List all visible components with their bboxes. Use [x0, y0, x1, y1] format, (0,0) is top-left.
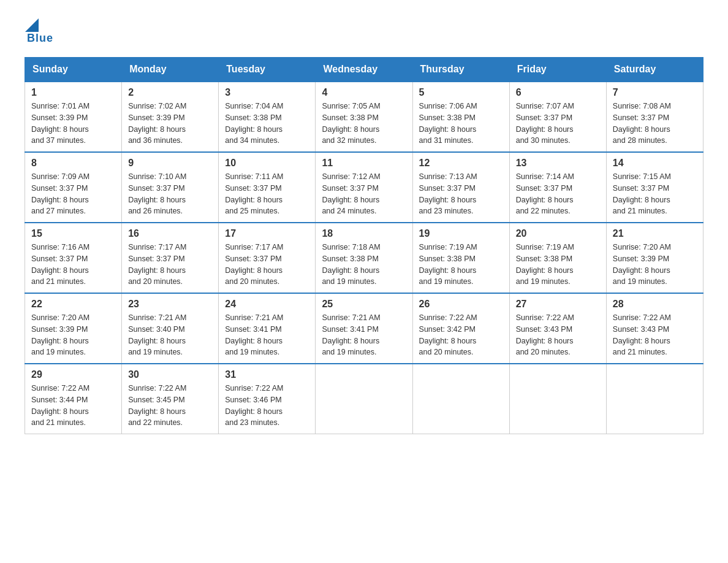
- calendar-cell: 22 Sunrise: 7:20 AM Sunset: 3:39 PM Dayl…: [25, 293, 122, 364]
- calendar-cell: 25 Sunrise: 7:21 AM Sunset: 3:41 PM Dayl…: [316, 293, 412, 364]
- calendar-cell: 9 Sunrise: 7:10 AM Sunset: 3:37 PM Dayli…: [122, 152, 219, 223]
- calendar-cell: 31 Sunrise: 7:22 AM Sunset: 3:46 PM Dayl…: [219, 364, 316, 434]
- day-info: Sunrise: 7:22 AM Sunset: 3:46 PM Dayligh…: [225, 383, 309, 429]
- day-number: 23: [128, 299, 212, 310]
- calendar-cell: 3 Sunrise: 7:04 AM Sunset: 3:38 PM Dayli…: [219, 82, 316, 152]
- day-number: 9: [128, 158, 212, 169]
- day-number: 30: [128, 369, 212, 380]
- calendar-cell: 4 Sunrise: 7:05 AM Sunset: 3:38 PM Dayli…: [316, 82, 412, 152]
- calendar-cell: [316, 364, 412, 434]
- calendar-week-row: 22 Sunrise: 7:20 AM Sunset: 3:39 PM Dayl…: [25, 293, 703, 364]
- day-info: Sunrise: 7:20 AM Sunset: 3:39 PM Dayligh…: [31, 312, 115, 358]
- day-info: Sunrise: 7:05 AM Sunset: 3:38 PM Dayligh…: [322, 101, 406, 147]
- day-number: 12: [419, 158, 503, 169]
- header-thursday: Thursday: [412, 58, 509, 82]
- day-info: Sunrise: 7:11 AM Sunset: 3:37 PM Dayligh…: [225, 171, 309, 217]
- calendar-cell: 24 Sunrise: 7:21 AM Sunset: 3:41 PM Dayl…: [219, 293, 316, 364]
- day-info: Sunrise: 7:15 AM Sunset: 3:37 PM Dayligh…: [613, 171, 697, 217]
- day-number: 28: [613, 299, 697, 310]
- day-info: Sunrise: 7:21 AM Sunset: 3:41 PM Dayligh…: [322, 312, 406, 358]
- calendar-cell: 8 Sunrise: 7:09 AM Sunset: 3:37 PM Dayli…: [25, 152, 122, 223]
- day-number: 11: [322, 158, 406, 169]
- header-wednesday: Wednesday: [316, 58, 412, 82]
- day-info: Sunrise: 7:19 AM Sunset: 3:38 PM Dayligh…: [419, 242, 503, 288]
- day-info: Sunrise: 7:07 AM Sunset: 3:37 PM Dayligh…: [516, 101, 600, 147]
- day-number: 5: [419, 87, 503, 98]
- header-saturday: Saturday: [606, 58, 703, 82]
- day-number: 25: [322, 299, 406, 310]
- day-info: Sunrise: 7:22 AM Sunset: 3:44 PM Dayligh…: [31, 383, 115, 429]
- logo-triangle-icon: [25, 18, 39, 32]
- calendar-cell: 13 Sunrise: 7:14 AM Sunset: 3:37 PM Dayl…: [509, 152, 606, 223]
- calendar-cell: 12 Sunrise: 7:13 AM Sunset: 3:37 PM Dayl…: [412, 152, 509, 223]
- day-info: Sunrise: 7:14 AM Sunset: 3:37 PM Dayligh…: [516, 171, 600, 217]
- calendar-cell: 5 Sunrise: 7:06 AM Sunset: 3:38 PM Dayli…: [412, 82, 509, 152]
- day-info: Sunrise: 7:21 AM Sunset: 3:41 PM Dayligh…: [225, 312, 309, 358]
- calendar-cell: 18 Sunrise: 7:18 AM Sunset: 3:38 PM Dayl…: [316, 223, 412, 293]
- day-info: Sunrise: 7:06 AM Sunset: 3:38 PM Dayligh…: [419, 101, 503, 147]
- day-info: Sunrise: 7:22 AM Sunset: 3:43 PM Dayligh…: [613, 312, 697, 358]
- day-info: Sunrise: 7:22 AM Sunset: 3:45 PM Dayligh…: [128, 383, 212, 429]
- calendar-cell: 29 Sunrise: 7:22 AM Sunset: 3:44 PM Dayl…: [25, 364, 122, 434]
- day-info: Sunrise: 7:12 AM Sunset: 3:37 PM Dayligh…: [322, 171, 406, 217]
- day-info: Sunrise: 7:08 AM Sunset: 3:37 PM Dayligh…: [613, 101, 697, 147]
- calendar-cell: 1 Sunrise: 7:01 AM Sunset: 3:39 PM Dayli…: [25, 82, 122, 152]
- day-info: Sunrise: 7:04 AM Sunset: 3:38 PM Dayligh…: [225, 101, 309, 147]
- calendar-week-row: 15 Sunrise: 7:16 AM Sunset: 3:37 PM Dayl…: [25, 223, 703, 293]
- header-sunday: Sunday: [25, 58, 122, 82]
- header-monday: Monday: [122, 58, 219, 82]
- calendar-cell: [509, 364, 606, 434]
- calendar-cell: 16 Sunrise: 7:17 AM Sunset: 3:37 PM Dayl…: [122, 223, 219, 293]
- calendar-cell: 15 Sunrise: 7:16 AM Sunset: 3:37 PM Dayl…: [25, 223, 122, 293]
- day-number: 1: [31, 87, 115, 98]
- day-number: 22: [31, 299, 115, 310]
- day-info: Sunrise: 7:09 AM Sunset: 3:37 PM Dayligh…: [31, 171, 115, 217]
- calendar-week-row: 29 Sunrise: 7:22 AM Sunset: 3:44 PM Dayl…: [25, 364, 703, 434]
- day-info: Sunrise: 7:18 AM Sunset: 3:38 PM Dayligh…: [322, 242, 406, 288]
- calendar-cell: 17 Sunrise: 7:17 AM Sunset: 3:37 PM Dayl…: [219, 223, 316, 293]
- calendar-cell: 21 Sunrise: 7:20 AM Sunset: 3:39 PM Dayl…: [606, 223, 703, 293]
- day-info: Sunrise: 7:22 AM Sunset: 3:43 PM Dayligh…: [516, 312, 600, 358]
- day-number: 24: [225, 299, 309, 310]
- day-number: 21: [613, 228, 697, 239]
- day-info: Sunrise: 7:17 AM Sunset: 3:37 PM Dayligh…: [128, 242, 212, 288]
- day-number: 17: [225, 228, 309, 239]
- day-number: 15: [31, 228, 115, 239]
- day-info: Sunrise: 7:21 AM Sunset: 3:40 PM Dayligh…: [128, 312, 212, 358]
- day-number: 2: [128, 87, 212, 98]
- day-number: 10: [225, 158, 309, 169]
- header-friday: Friday: [509, 58, 606, 82]
- calendar-cell: 10 Sunrise: 7:11 AM Sunset: 3:37 PM Dayl…: [219, 152, 316, 223]
- page-header: Blue: [25, 18, 703, 45]
- day-info: Sunrise: 7:19 AM Sunset: 3:38 PM Dayligh…: [516, 242, 600, 288]
- calendar-cell: 7 Sunrise: 7:08 AM Sunset: 3:37 PM Dayli…: [606, 82, 703, 152]
- svg-marker-0: [25, 18, 39, 32]
- calendar-week-row: 8 Sunrise: 7:09 AM Sunset: 3:37 PM Dayli…: [25, 152, 703, 223]
- day-number: 8: [31, 158, 115, 169]
- calendar-cell: 14 Sunrise: 7:15 AM Sunset: 3:37 PM Dayl…: [606, 152, 703, 223]
- day-number: 3: [225, 87, 309, 98]
- day-info: Sunrise: 7:13 AM Sunset: 3:37 PM Dayligh…: [419, 171, 503, 217]
- day-number: 27: [516, 299, 600, 310]
- day-number: 20: [516, 228, 600, 239]
- calendar-cell: [412, 364, 509, 434]
- calendar-cell: 27 Sunrise: 7:22 AM Sunset: 3:43 PM Dayl…: [509, 293, 606, 364]
- calendar-cell: 23 Sunrise: 7:21 AM Sunset: 3:40 PM Dayl…: [122, 293, 219, 364]
- day-number: 6: [516, 87, 600, 98]
- calendar-cell: 19 Sunrise: 7:19 AM Sunset: 3:38 PM Dayl…: [412, 223, 509, 293]
- day-info: Sunrise: 7:22 AM Sunset: 3:42 PM Dayligh…: [419, 312, 503, 358]
- day-number: 14: [613, 158, 697, 169]
- calendar-cell: 20 Sunrise: 7:19 AM Sunset: 3:38 PM Dayl…: [509, 223, 606, 293]
- calendar-table: SundayMondayTuesdayWednesdayThursdayFrid…: [25, 57, 703, 434]
- day-number: 7: [613, 87, 697, 98]
- day-info: Sunrise: 7:16 AM Sunset: 3:37 PM Dayligh…: [31, 242, 115, 288]
- day-number: 31: [225, 369, 309, 380]
- calendar-cell: 6 Sunrise: 7:07 AM Sunset: 3:37 PM Dayli…: [509, 82, 606, 152]
- day-info: Sunrise: 7:01 AM Sunset: 3:39 PM Dayligh…: [31, 101, 115, 147]
- calendar-cell: 30 Sunrise: 7:22 AM Sunset: 3:45 PM Dayl…: [122, 364, 219, 434]
- calendar-cell: 2 Sunrise: 7:02 AM Sunset: 3:39 PM Dayli…: [122, 82, 219, 152]
- day-number: 16: [128, 228, 212, 239]
- header-tuesday: Tuesday: [219, 58, 316, 82]
- calendar-cell: 28 Sunrise: 7:22 AM Sunset: 3:43 PM Dayl…: [606, 293, 703, 364]
- day-info: Sunrise: 7:17 AM Sunset: 3:37 PM Dayligh…: [225, 242, 309, 288]
